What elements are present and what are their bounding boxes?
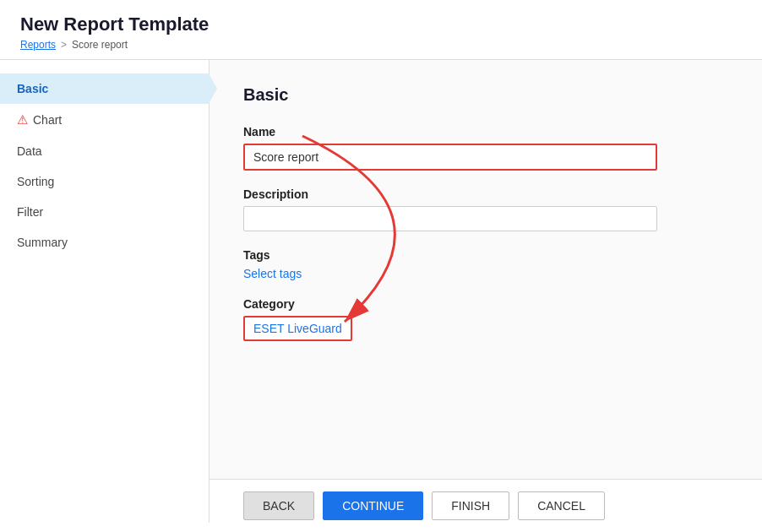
name-input[interactable] [243,144,657,171]
sidebar-item-sorting[interactable]: Sorting [0,166,209,197]
breadcrumb: Reports > Score report [20,39,742,51]
sidebar-label-basic: Basic [17,82,48,95]
sidebar-label-filter: Filter [17,205,43,219]
sidebar: Basic ⚠ Chart Data Sorting Filter Summar… [0,60,210,523]
page-title: New Report Template [20,14,742,35]
footer: BACK CONTINUE FINISH CANCEL [210,479,762,532]
warning-icon: ⚠ [17,112,28,128]
sidebar-label-chart: Chart [33,113,62,127]
cancel-button[interactable]: CANCEL [518,491,605,520]
section-title: Basic [243,85,728,105]
finish-button[interactable]: FINISH [432,491,509,520]
category-group: Category ESET LiveGuard [243,297,728,341]
sidebar-label-sorting: Sorting [17,175,54,188]
sidebar-label-data: Data [17,144,42,158]
description-group: Description [243,187,728,231]
continue-button[interactable]: CONTINUE [323,491,423,520]
select-tags-link[interactable]: Select tags [243,267,302,280]
breadcrumb-separator: > [61,39,67,51]
sidebar-item-data[interactable]: Data [0,136,209,166]
sidebar-item-filter[interactable]: Filter [0,197,209,227]
main-layout: Basic ⚠ Chart Data Sorting Filter Summar… [0,60,762,523]
name-label: Name [243,125,728,138]
category-label: Category [243,297,728,311]
content-area: Basic Name Description Tags Select tags … [210,60,762,523]
name-group: Name [243,125,728,171]
description-input[interactable] [243,206,657,231]
category-value: ESET LiveGuard [243,316,352,341]
sidebar-item-chart[interactable]: ⚠ Chart [0,104,209,136]
sidebar-item-basic[interactable]: Basic [0,73,209,104]
back-button[interactable]: BACK [243,491,314,520]
header: New Report Template Reports > Score repo… [0,0,762,60]
sidebar-label-summary: Summary [17,236,68,249]
breadcrumb-parent[interactable]: Reports [20,39,56,51]
breadcrumb-current: Score report [72,39,128,51]
tags-group: Tags Select tags [243,248,728,280]
sidebar-item-summary[interactable]: Summary [0,227,209,258]
description-label: Description [243,187,728,201]
tags-label: Tags [243,248,728,262]
